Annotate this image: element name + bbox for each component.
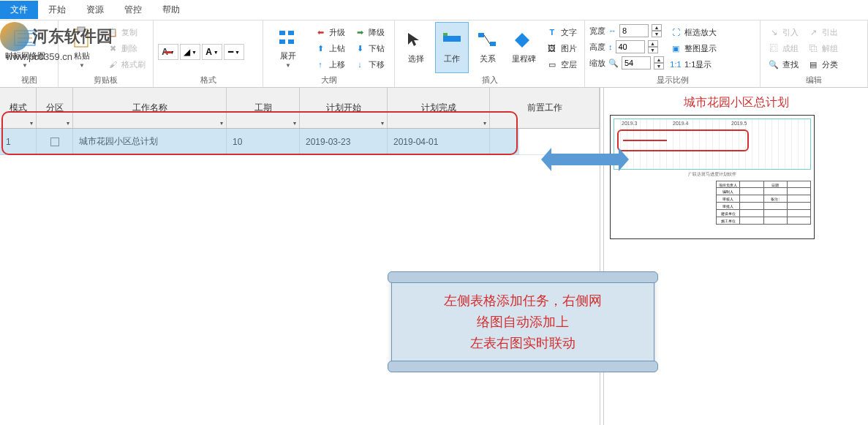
menu-file[interactable]: 文件: [0, 1, 38, 19]
group-button[interactable]: ⿴成组: [765, 41, 801, 56]
width-spinner[interactable]: ▲▼: [652, 24, 662, 37]
scale-spinner[interactable]: ▲▼: [654, 56, 664, 69]
ungroup-button[interactable]: ⿻解组: [804, 41, 841, 56]
expand-icon: [276, 26, 300, 50]
menu-help[interactable]: 帮助: [152, 1, 190, 19]
cell-zone[interactable]: [37, 129, 73, 154]
drill-down-icon: ⬇: [354, 42, 366, 54]
box-zoom-button[interactable]: ⛶框选放大: [667, 25, 720, 40]
drillup-button[interactable]: ⬆上钻: [312, 41, 348, 56]
format-painter-button[interactable]: 🖌格式刷: [104, 57, 148, 72]
width-icon: ↔: [608, 26, 616, 35]
delete-button[interactable]: ✖删除: [104, 41, 148, 56]
category-button[interactable]: ▤分类: [804, 57, 841, 72]
milestone-icon: [513, 31, 534, 52]
height-input[interactable]: [616, 40, 645, 53]
cell-end[interactable]: 2019-04-01: [388, 129, 490, 154]
network-diagram[interactable]: 2019.3 2019.4 2019.5 广联达斑马进度计划软件 项目负责人日期…: [610, 115, 815, 239]
grid-header: 模式▾ 分区▾ 工作名称▾ 工期▾ 计划开始▾ 计划完成▾ 前置工作: [0, 88, 600, 129]
relation-icon: [478, 31, 498, 52]
cursor-icon: [406, 31, 426, 52]
group-label-zoom: 显示比例: [589, 73, 755, 87]
image-icon: 🖼: [546, 42, 558, 54]
copy-button[interactable]: 📋复制: [104, 25, 148, 40]
export-icon: ↗: [807, 26, 819, 38]
search-icon: 🔍: [768, 59, 780, 70]
col-start[interactable]: 计划开始▾: [300, 88, 388, 128]
delete-icon: ✖: [107, 42, 118, 54]
callout-line3: 左表右图实时联动: [410, 333, 636, 354]
svg-rect-8: [279, 40, 285, 44]
view-network-button[interactable]: 时标网络图 ▼: [4, 22, 45, 73]
text-button[interactable]: T文字: [543, 25, 580, 40]
drilldown-button[interactable]: ⬇下钻: [351, 41, 388, 56]
milestone-button[interactable]: 里程碑: [507, 22, 540, 73]
cell-idx: 1: [0, 129, 37, 154]
group-label-format: 格式: [158, 73, 258, 87]
text-style-button[interactable]: A▼: [202, 44, 222, 60]
col-end[interactable]: 计划完成▾: [388, 88, 490, 128]
relation-button[interactable]: 关系: [472, 22, 505, 73]
full-view-button[interactable]: ▣整图显示: [667, 41, 720, 56]
col-predecessor[interactable]: 前置工作: [490, 88, 600, 128]
ribbon: 时标网络图 ▼ 视图 粘贴 ▼ 📋复制 ✖删除 🖌格式刷 剪贴板: [0, 20, 868, 88]
sync-arrow: [541, 145, 629, 174]
height-spinner[interactable]: ▲▼: [648, 40, 658, 53]
diagram-title: 城市花园小区总计划: [610, 95, 862, 110]
svg-rect-5: [78, 27, 85, 31]
fill-color-button[interactable]: ◢▼: [180, 44, 200, 60]
group-label-insert: 插入: [399, 73, 580, 87]
promote-button[interactable]: ⬅升级: [312, 25, 348, 40]
select-button[interactable]: 选择: [399, 22, 432, 73]
cell-name[interactable]: 城市花园小区总计划: [73, 129, 227, 154]
group-label-outline: 大纲: [268, 73, 390, 87]
image-button[interactable]: 🖼图片: [543, 41, 580, 56]
layer-button[interactable]: ▭空层: [543, 57, 580, 72]
moveup-button[interactable]: ↑上移: [312, 57, 348, 72]
box-zoom-icon: ⛶: [670, 26, 682, 38]
export-button[interactable]: ↗引出: [804, 25, 841, 40]
svg-rect-7: [288, 31, 294, 35]
chevron-down-icon: ▼: [285, 62, 291, 69]
movedown-button[interactable]: ↓下移: [351, 57, 388, 72]
grid-body: 1 城市花园小区总计划 10 2019-03-23 2019-04-01: [0, 129, 600, 155]
menu-resource[interactable]: 资源: [76, 1, 114, 19]
menu-start[interactable]: 开始: [38, 1, 76, 19]
col-name[interactable]: 工作名称▾: [73, 88, 227, 128]
callout-line1: 左侧表格添加任务，右侧网: [410, 290, 636, 312]
callout-line2: 络图自动添加上: [410, 312, 636, 333]
font-color-button[interactable]: A▼: [158, 44, 178, 60]
one-one-button[interactable]: 1:11:1显示: [667, 57, 720, 72]
scale-input[interactable]: [622, 56, 651, 69]
chevron-down-icon: ▼: [22, 62, 28, 69]
text-icon: T: [546, 26, 558, 38]
col-zone[interactable]: 分区▾: [37, 88, 73, 128]
work-button[interactable]: 工作: [435, 22, 468, 73]
group-label-view: 视图: [4, 73, 53, 87]
svg-rect-12: [478, 33, 484, 37]
width-input[interactable]: [619, 24, 649, 37]
brush-icon: 🖌: [107, 59, 118, 70]
table-row[interactable]: 1 城市花园小区总计划 10 2019-03-23 2019-04-01: [0, 129, 600, 155]
find-button[interactable]: 🔍查找: [765, 57, 801, 72]
col-duration[interactable]: 工期▾: [227, 88, 300, 128]
copy-icon: 📋: [107, 26, 118, 38]
expand-button[interactable]: 展开 ▼: [268, 22, 309, 73]
bucket-icon: ◢: [184, 47, 190, 57]
col-mode[interactable]: 模式▾: [0, 88, 37, 128]
left-pane: 模式▾ 分区▾ 工作名称▾ 工期▾ 计划开始▾ 计划完成▾ 前置工作 1 城市花…: [0, 88, 600, 425]
work-icon: [442, 31, 462, 52]
cell-start[interactable]: 2019-03-23: [300, 129, 388, 154]
svg-rect-6: [279, 31, 285, 35]
checkbox-icon[interactable]: [50, 138, 59, 146]
zoom-icon: 🔍: [608, 59, 619, 68]
cell-duration[interactable]: 10: [227, 129, 300, 154]
paste-button[interactable]: 粘贴 ▼: [63, 22, 101, 73]
line-style-button[interactable]: ━▼: [224, 44, 244, 60]
group-label-clipboard: 剪贴板: [63, 73, 148, 87]
import-button[interactable]: ↘引入: [765, 25, 801, 40]
menu-control[interactable]: 管控: [114, 1, 152, 19]
svg-rect-11: [443, 33, 448, 36]
drill-up-icon: ⬆: [314, 42, 326, 54]
demote-button[interactable]: ➡降级: [351, 25, 388, 40]
